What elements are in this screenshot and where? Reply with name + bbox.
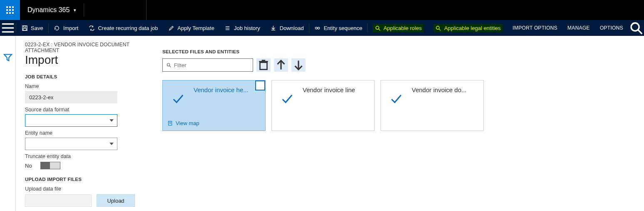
upload-file-field[interactable]: [25, 194, 92, 207]
entity-name-label: Entity name: [25, 130, 137, 136]
brand-dropdown[interactable]: Dynamics 365 ▾: [20, 0, 84, 20]
main-area: 0223-2-EX : VENDOR INVOICE DOCUMENT ATTA…: [16, 36, 644, 211]
options-menu[interactable]: OPTIONS: [595, 20, 628, 36]
svg-point-19: [316, 27, 318, 29]
import-label: Import: [63, 25, 79, 31]
search-icon: [374, 25, 381, 31]
manage-menu[interactable]: MANAGE: [562, 20, 595, 36]
action-bar: Save Import Create recurring data job Ap…: [0, 20, 644, 36]
applicable-legal-entities-button[interactable]: Applicable legal entities: [428, 20, 507, 36]
check-icon: [279, 93, 295, 107]
right-column: SELECTED FILES AND ENTITIES: [162, 42, 644, 211]
card-title: Vendor invoice do...: [412, 86, 479, 93]
refresh-icon: [54, 25, 60, 31]
name-label: Name: [25, 83, 137, 89]
entity-cards: Vendor invoice he... View map Vendor inv…: [162, 80, 644, 131]
svg-line-22: [378, 29, 380, 30]
truncate-label: Truncate entity data: [25, 153, 137, 159]
truncate-value: No: [25, 163, 32, 169]
download-button[interactable]: Download: [265, 20, 309, 36]
menu-icon[interactable]: [0, 20, 16, 36]
entity-name-dropdown[interactable]: [25, 138, 117, 150]
move-up-button[interactable]: [274, 58, 288, 72]
search-button[interactable]: [628, 20, 644, 36]
side-rail: [0, 36, 16, 211]
truncate-toggle[interactable]: [40, 162, 60, 169]
job-history-button[interactable]: Job history: [219, 20, 265, 36]
page-title: Import: [25, 53, 137, 67]
source-data-format-dropdown[interactable]: [25, 114, 117, 127]
global-header: Dynamics 365 ▾: [0, 0, 644, 20]
card-title: Vendor invoice line: [303, 86, 370, 93]
job-history-label: Job history: [234, 25, 260, 31]
create-recurring-button[interactable]: Create recurring data job: [83, 20, 163, 36]
breadcrumb: 0223-2-EX : VENDOR INVOICE DOCUMENT ATTA…: [25, 42, 137, 53]
svg-rect-6: [6, 12, 8, 14]
svg-line-28: [169, 66, 171, 67]
trash-icon: [256, 58, 271, 72]
arrow-up-icon: [274, 58, 288, 72]
filter-input[interactable]: [174, 62, 249, 68]
svg-rect-29: [260, 63, 267, 70]
search-icon: [435, 25, 442, 31]
import-button[interactable]: Import: [49, 20, 84, 36]
save-button[interactable]: Save: [16, 20, 48, 36]
name-field[interactable]: [25, 91, 117, 103]
card-title: Vendor invoice he...: [194, 86, 261, 93]
applicable-roles-button[interactable]: Applicable roles: [368, 20, 428, 36]
recurring-icon: [88, 25, 95, 31]
app-launcher-icon[interactable]: [0, 0, 20, 20]
move-down-button[interactable]: [291, 58, 306, 72]
download-label: Download: [280, 25, 304, 31]
svg-rect-1: [9, 6, 11, 8]
selected-heading: SELECTED FILES AND ENTITIES: [162, 49, 644, 54]
filter-icon[interactable]: [3, 53, 13, 63]
applicable-roles-label: Applicable roles: [383, 25, 422, 31]
upload-button[interactable]: Upload: [97, 194, 135, 207]
content-stage: 0223-2-EX : VENDOR INVOICE DOCUMENT ATTA…: [0, 36, 644, 211]
upload-label: Upload data file: [25, 186, 137, 192]
svg-rect-5: [12, 9, 14, 11]
download-icon: [270, 25, 277, 31]
import-options-menu[interactable]: IMPORT OPTIONS: [507, 20, 562, 36]
entity-card[interactable]: Vendor invoice line: [271, 80, 375, 131]
applicable-entities-label: Applicable legal entities: [444, 25, 501, 31]
apply-template-label: Apply Template: [177, 25, 214, 31]
svg-rect-7: [9, 12, 11, 14]
list-icon: [224, 25, 231, 31]
link-icon: [314, 25, 321, 31]
left-column: 0223-2-EX : VENDOR INVOICE DOCUMENT ATTA…: [25, 42, 137, 211]
check-icon: [170, 93, 186, 107]
entity-sequence-label: Entity sequence: [324, 25, 363, 31]
filter-toolbar: [162, 58, 644, 72]
view-map-link[interactable]: View map: [168, 120, 199, 126]
upload-heading: UPLOAD IMPORT FILES: [25, 177, 137, 182]
header-spacer: [84, 0, 147, 20]
delete-button[interactable]: [256, 58, 271, 72]
search-icon: [166, 62, 172, 68]
entity-card[interactable]: Vendor invoice do...: [380, 80, 484, 131]
view-map-label: View map: [176, 120, 199, 126]
svg-rect-4: [9, 9, 11, 11]
svg-line-24: [439, 29, 441, 30]
save-label: Save: [31, 25, 43, 31]
svg-line-26: [638, 30, 642, 34]
svg-point-21: [375, 26, 379, 29]
svg-rect-14: [23, 28, 26, 30]
svg-rect-8: [12, 12, 14, 14]
arrow-down-icon: [291, 58, 306, 72]
pencil-icon: [168, 25, 174, 31]
svg-rect-2: [12, 6, 14, 8]
chevron-down-icon: ▾: [74, 8, 76, 13]
svg-rect-3: [6, 9, 8, 11]
svg-rect-0: [6, 6, 8, 8]
filter-box[interactable]: [162, 58, 253, 72]
save-icon: [21, 25, 28, 31]
job-details-heading: JOB DETAILS: [25, 74, 137, 79]
svg-point-25: [631, 23, 639, 31]
apply-template-button[interactable]: Apply Template: [163, 20, 219, 36]
entity-card[interactable]: Vendor invoice he... View map: [162, 80, 266, 131]
brand-label: Dynamics 365: [27, 6, 70, 14]
entity-sequence-button[interactable]: Entity sequence: [309, 20, 368, 36]
svg-point-27: [167, 63, 169, 66]
